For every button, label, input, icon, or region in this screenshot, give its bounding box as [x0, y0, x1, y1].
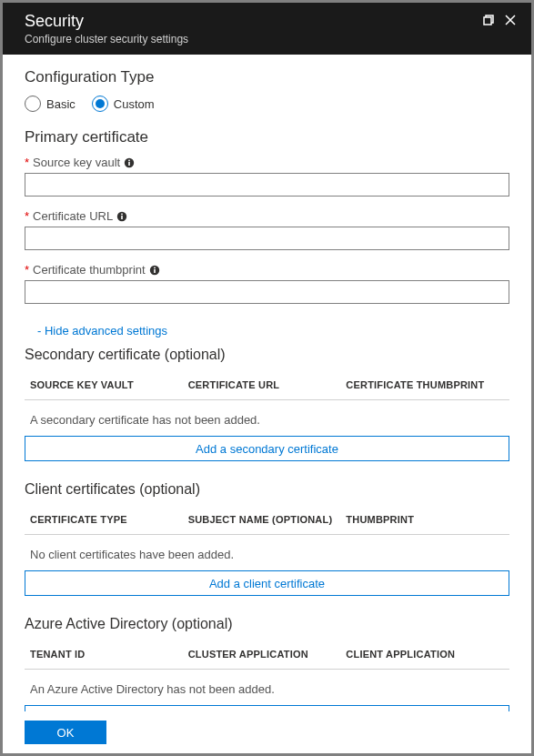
client-table-header: CERTIFICATE TYPE SUBJECT NAME (OPTIONAL)…: [25, 505, 509, 534]
svg-rect-3: [128, 159, 130, 161]
svg-rect-6: [121, 213, 123, 215]
config-type-heading: Configuration Type: [25, 68, 509, 86]
certificate-thumbprint-input[interactable]: [25, 280, 509, 304]
col-certificate-url: CERTIFICATE URL: [188, 379, 347, 390]
certificate-url-input[interactable]: [25, 227, 509, 250]
client-empty-msg: No client certificates have been added.: [25, 535, 509, 570]
secondary-empty-msg: A secondary certificate has not been add…: [25, 400, 509, 436]
col-certificate-type: CERTIFICATE TYPE: [30, 514, 188, 525]
source-key-vault-label: * Source key vault: [25, 156, 509, 169]
page-subtitle: Configure cluster security settings: [25, 33, 188, 45]
add-client-certificate-button[interactable]: Add a client certificate: [25, 570, 509, 596]
content-scroll[interactable]: Configuration Type Basic Custom Primary …: [3, 48, 531, 753]
page-title: Security: [25, 12, 188, 31]
blade-header: Security Configure cluster security sett…: [3, 3, 531, 55]
info-icon[interactable]: [149, 265, 160, 276]
restore-icon[interactable]: [482, 14, 495, 29]
svg-rect-9: [154, 267, 156, 268]
col-cluster-application: CLUSTER APPLICATION: [188, 649, 347, 660]
radio-custom-label: Custom: [114, 97, 155, 111]
col-certificate-thumbprint: CERTIFICATE THUMBPRINT: [346, 379, 504, 390]
secondary-table-header: SOURCE KEY VAULT CERTIFICATE URL CERTIFI…: [25, 370, 509, 399]
svg-rect-2: [128, 162, 130, 166]
ok-button[interactable]: OK: [25, 721, 106, 744]
svg-rect-0: [484, 17, 491, 25]
aad-empty-msg: An Azure Active Directory has not been a…: [25, 670, 509, 705]
radio-basic[interactable]: Basic: [25, 96, 76, 112]
secondary-cert-heading: Secondary certificate (optional): [25, 347, 509, 363]
radio-icon: [92, 96, 108, 112]
radio-icon: [25, 96, 41, 112]
footer: OK: [3, 711, 531, 753]
certificate-thumbprint-label: * Certificate thumbprint: [25, 263, 509, 277]
svg-rect-5: [121, 216, 123, 219]
toggle-advanced-link[interactable]: - Hide advanced settings: [37, 324, 167, 338]
svg-rect-8: [154, 269, 156, 273]
source-key-vault-input[interactable]: [25, 173, 509, 197]
radio-basic-label: Basic: [46, 97, 76, 111]
primary-cert-heading: Primary certificate: [25, 128, 509, 146]
security-blade: Security Configure cluster security sett…: [0, 0, 534, 756]
col-client-application: CLIENT APPLICATION: [346, 649, 504, 660]
config-type-radios: Basic Custom: [25, 96, 509, 112]
client-cert-heading: Client certificates (optional): [25, 481, 509, 498]
radio-custom[interactable]: Custom: [92, 96, 155, 112]
add-secondary-certificate-button[interactable]: Add a secondary certificate: [25, 436, 509, 461]
col-subject-name: SUBJECT NAME (OPTIONAL): [188, 514, 347, 525]
certificate-url-label: * Certificate URL: [25, 209, 509, 223]
info-icon[interactable]: [116, 211, 127, 222]
aad-heading: Azure Active Directory (optional): [25, 616, 509, 632]
close-icon[interactable]: [504, 14, 517, 29]
col-tenant-id: TENANT ID: [30, 649, 188, 660]
col-thumbprint: THUMBPRINT: [346, 514, 504, 525]
col-source-key-vault: SOURCE KEY VAULT: [30, 379, 188, 390]
aad-table-header: TENANT ID CLUSTER APPLICATION CLIENT APP…: [25, 640, 509, 669]
info-icon[interactable]: [124, 157, 135, 168]
